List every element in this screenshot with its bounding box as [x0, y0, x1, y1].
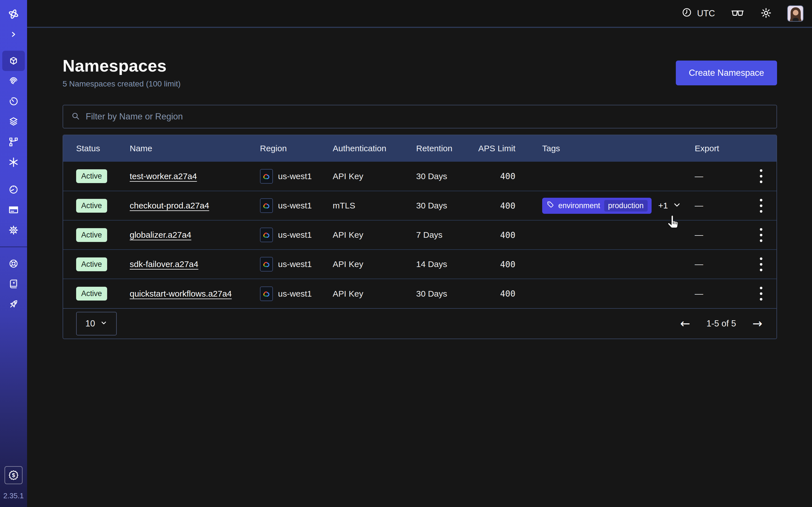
labs-toggle-button[interactable] — [730, 7, 745, 19]
page-size-value: 10 — [86, 319, 95, 329]
sidebar-item-namespaces[interactable] — [2, 51, 25, 71]
export-value: — — [688, 191, 746, 220]
sidebar-item-support[interactable] — [2, 253, 25, 274]
row-menu-button[interactable] — [757, 255, 765, 274]
chevron-down-icon — [100, 319, 107, 329]
theme-toggle-button[interactable] — [760, 7, 772, 20]
tags-cell — [515, 162, 688, 191]
row-menu-button[interactable] — [757, 166, 765, 186]
namespace-link[interactable]: checkout-prod.a27a4 — [130, 201, 209, 210]
timer-icon — [8, 96, 19, 107]
tag-more-count: +1 — [658, 201, 668, 210]
namespace-link[interactable]: quickstart-workflows.a27a4 — [130, 289, 232, 298]
col-authentication: Authentication — [333, 135, 416, 162]
auth-value: API Key — [333, 162, 416, 191]
tag-value: production — [604, 200, 648, 212]
sidebar-item-schedules[interactable] — [2, 91, 25, 112]
namespace-link[interactable]: sdk-failover.a27a4 — [130, 260, 199, 269]
main-content: Namespaces 5 Namespaces created (100 lim… — [27, 28, 812, 507]
temporal-logo-icon — [7, 8, 20, 20]
col-status: Status — [63, 135, 130, 162]
pagination: ← 1-5 of 5 → — [680, 318, 762, 330]
next-page-button[interactable]: → — [753, 318, 762, 330]
export-value: — — [688, 279, 746, 308]
sidebar-divider — [0, 246, 27, 247]
rocket-icon — [8, 298, 19, 310]
row-menu-button[interactable] — [757, 225, 765, 245]
col-region: Region — [260, 135, 333, 162]
version-label: 2.35.1 — [3, 492, 24, 500]
page-title: Namespaces — [63, 56, 181, 75]
gcp-icon — [260, 198, 273, 213]
billing-badge-button[interactable]: $ — [4, 466, 22, 484]
sidebar-item-billing[interactable] — [2, 200, 25, 220]
sun-icon — [760, 7, 772, 20]
branch-icon — [8, 136, 19, 148]
create-namespace-button[interactable]: Create Namespace — [676, 61, 777, 86]
col-aps-limit: APS Limit — [475, 135, 515, 162]
region-label: us-west1 — [278, 230, 312, 240]
gear-icon — [8, 224, 19, 236]
region-label: us-west1 — [278, 260, 312, 269]
sidebar-item-deployments[interactable] — [2, 132, 25, 152]
export-value: — — [688, 162, 746, 191]
prev-page-button[interactable]: ← — [680, 318, 690, 330]
filter-input[interactable] — [86, 112, 769, 122]
page-header: Namespaces 5 Namespaces created (100 lim… — [63, 56, 777, 89]
tag-key: environment — [558, 202, 600, 210]
col-export: Export — [688, 135, 746, 162]
namespace-link[interactable]: test-worker.a27a4 — [130, 172, 197, 181]
auth-value: API Key — [333, 220, 416, 249]
sidebar-item-usage[interactable] — [2, 179, 25, 200]
asterisk-icon — [8, 157, 19, 168]
tags-cell: environment production +1 — [542, 198, 688, 214]
tags-cell — [515, 249, 688, 279]
aps-value: 400 — [475, 191, 515, 220]
status-badge: Active — [76, 169, 107, 183]
tags-expand-button[interactable]: +1 — [658, 200, 681, 211]
gcp-icon — [260, 257, 273, 272]
timezone-label: UTC — [697, 8, 715, 18]
row-menu-button[interactable] — [757, 196, 765, 216]
retention-value: 30 Days — [416, 162, 475, 191]
status-badge: Active — [76, 228, 107, 242]
table-footer: 10 ← 1-5 of 5 → — [63, 308, 776, 339]
timezone-button[interactable]: UTC — [681, 7, 715, 20]
retention-value: 30 Days — [416, 279, 475, 308]
auth-value: API Key — [333, 279, 416, 308]
aps-value: 400 — [475, 220, 515, 249]
col-tags: Tags — [515, 135, 688, 162]
table-row: Active quickstart-workflows.a27a4 us-wes… — [63, 279, 776, 308]
table-header-row: Status Name Region Authentication Retent… — [63, 135, 776, 162]
sidebar-item-settings[interactable] — [2, 220, 25, 240]
tags-cell — [515, 220, 688, 249]
search-icon — [70, 111, 81, 122]
page-size-select[interactable]: 10 — [76, 312, 117, 335]
row-menu-button[interactable] — [757, 284, 765, 303]
gauge-icon — [8, 184, 19, 195]
sidebar-expand-button[interactable] — [2, 24, 25, 45]
pagination-range-label: 1-5 of 5 — [707, 319, 736, 329]
namespace-link[interactable]: globalizer.a27a4 — [130, 230, 192, 239]
table-row: Active globalizer.a27a4 us-west1 API Key… — [63, 220, 776, 249]
table-row: Active sdk-failover.a27a4 us-west1 API K… — [63, 249, 776, 279]
region-label: us-west1 — [278, 201, 312, 210]
sidebar-item-batch[interactable] — [2, 112, 25, 132]
status-badge: Active — [76, 287, 107, 300]
spiral-icon — [8, 75, 19, 87]
sidebar-item-getting-started[interactable] — [2, 294, 25, 314]
retention-value: 30 Days — [416, 191, 475, 220]
filter-bar — [63, 105, 777, 128]
sidebar-item-docs[interactable] — [2, 274, 25, 294]
tags-cell — [515, 279, 688, 308]
lifebuoy-icon — [8, 258, 19, 269]
avatar[interactable] — [787, 5, 804, 22]
card-icon — [8, 204, 19, 216]
sidebar-item-nexus[interactable] — [2, 152, 25, 172]
region-label: us-west1 — [278, 289, 312, 298]
tag-chip[interactable]: environment production — [542, 198, 652, 214]
col-retention: Retention — [416, 135, 475, 162]
gcp-icon — [260, 228, 273, 242]
temporal-logo[interactable] — [2, 4, 25, 24]
sidebar-item-monitor[interactable] — [2, 71, 25, 91]
